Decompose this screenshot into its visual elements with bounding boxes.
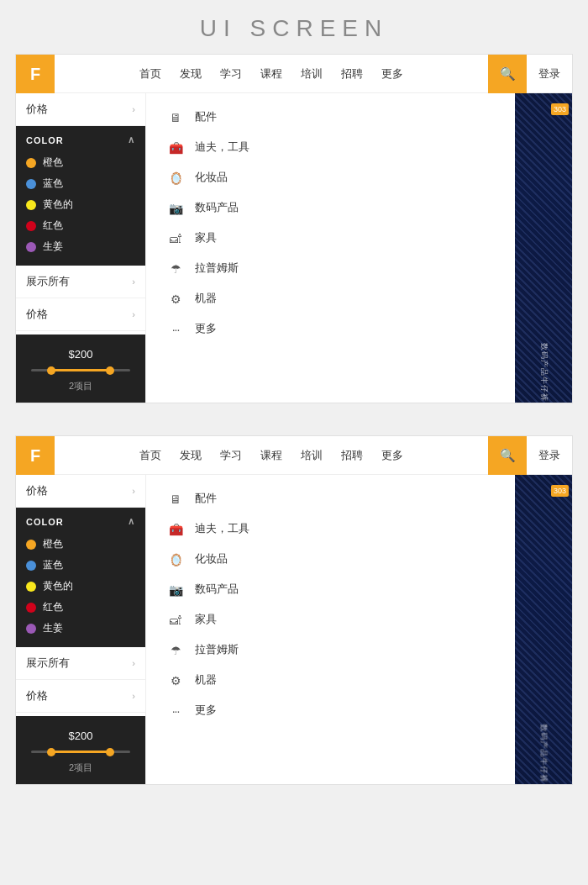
color-item-ginger[interactable]: 生姜 <box>26 236 135 257</box>
color-label-blue-b: 蓝色 <box>43 558 63 572</box>
price-slider-box: $200 2项目 <box>16 335 145 403</box>
nav-link-learn-2[interactable]: 学习 <box>220 448 242 463</box>
show-all-item[interactable]: 展示所有 › <box>16 266 145 298</box>
main-content-1: 价格 › COLOR ∧ 橙色 蓝色 黄色的 <box>16 93 572 403</box>
menu-item-digital-b[interactable]: 数码产品 <box>146 574 515 604</box>
menu-item-cosmetics-b[interactable]: 化妆品 <box>146 544 515 574</box>
nav-link-train[interactable]: 培训 <box>301 66 323 82</box>
sidebar-price-item-2[interactable]: 价格 › <box>16 298 145 331</box>
nav-link-recruit-2[interactable]: 招聘 <box>341 448 363 463</box>
nav-link-recruit[interactable]: 招聘 <box>341 66 363 82</box>
screens-gap <box>0 419 588 435</box>
menu-item-furniture-b[interactable]: 家具 <box>146 604 515 635</box>
search-button[interactable] <box>488 55 527 93</box>
menu-label-accessories: 配件 <box>195 109 217 124</box>
price-chevron-2: › <box>132 309 135 319</box>
menu-item-cosmetics[interactable]: 化妆品 <box>146 162 515 192</box>
search-icon-2 <box>500 448 516 463</box>
logo-icon: F <box>30 66 40 82</box>
color-item-yellow-b[interactable]: 黄色的 <box>26 576 135 597</box>
color-dot-blue <box>26 179 36 189</box>
right-image-strip-1: 303 数码产品牛仔裤 <box>515 93 572 403</box>
menu-item-more-b[interactable]: 更多 <box>146 695 515 725</box>
color-item-yellow[interactable]: 黄色的 <box>26 194 135 215</box>
menu-label-furniture-b: 家具 <box>195 612 217 627</box>
color-dot-ginger <box>26 242 36 252</box>
price-label-2: 价格 <box>26 307 48 322</box>
color-item-orange[interactable]: 橙色 <box>26 152 135 173</box>
nav-link-home[interactable]: 首页 <box>139 66 161 82</box>
price-slider-box-b: $200 2项目 <box>16 716 145 784</box>
menu-item-furniture[interactable]: 家具 <box>146 223 515 253</box>
furniture-icon-b <box>166 613 185 627</box>
nav-logo-2[interactable]: F <box>16 436 55 475</box>
color-item-ginger-b[interactable]: 生姜 <box>26 618 135 639</box>
menu-item-gear[interactable]: 机器 <box>146 283 515 313</box>
nav-link-discover[interactable]: 发现 <box>180 66 202 82</box>
menu-item-tools[interactable]: 迪夫，工具 <box>146 132 515 162</box>
menu-item-gear-b[interactable]: 机器 <box>146 665 515 695</box>
search-button-2[interactable] <box>488 436 527 475</box>
nav-link-train-2[interactable]: 培训 <box>301 448 323 463</box>
menu-label-digital: 数码产品 <box>195 200 239 215</box>
nav-link-more-2[interactable]: 更多 <box>381 448 403 463</box>
nav-link-course-2[interactable]: 课程 <box>260 448 282 463</box>
menu-label-umbrella-b: 拉普姆斯 <box>195 642 239 657</box>
color-item-red-b[interactable]: 红色 <box>26 597 135 618</box>
color-item-orange-b[interactable]: 橙色 <box>26 534 135 555</box>
menu-item-accessories[interactable]: 配件 <box>146 102 515 132</box>
menu-item-digital[interactable]: 数码产品 <box>146 192 515 223</box>
gear-icon-b <box>166 673 185 687</box>
nav-link-discover-2[interactable]: 发现 <box>180 448 202 463</box>
slider-thumb-right-b[interactable] <box>106 748 114 756</box>
slider-track[interactable] <box>31 369 130 371</box>
slider-track-b[interactable] <box>31 751 130 753</box>
nav-link-home-2[interactable]: 首页 <box>139 448 161 463</box>
login-button-2[interactable]: 登录 <box>527 448 572 463</box>
digital-icon <box>166 201 185 215</box>
digital-icon-b <box>166 582 185 597</box>
menu-item-accessories-b[interactable]: 配件 <box>146 483 515 514</box>
toolbox-icon <box>166 140 185 155</box>
price-value: $200 <box>26 348 135 361</box>
slider-thumb-right[interactable] <box>106 366 114 375</box>
price-chevron: › <box>132 104 135 114</box>
slider-thumb-left[interactable] <box>47 366 55 375</box>
color-dot-red <box>26 221 36 231</box>
nav-link-course[interactable]: 课程 <box>260 66 282 82</box>
menu-area-2: 配件 迪夫，工具 化妆品 数码产品 家具 拉普姆斯 <box>146 475 515 784</box>
color-label-orange-b: 橙色 <box>43 537 63 551</box>
nav-links-2: 首页 发现 学习 课程 培训 招聘 更多 <box>55 448 488 463</box>
slider-thumb-left-b[interactable] <box>47 748 55 756</box>
color-item-red[interactable]: 红色 <box>26 215 135 236</box>
more-icon-b <box>166 703 185 718</box>
menu-label-cosmetics: 化妆品 <box>195 170 228 185</box>
menu-label-cosmetics-b: 化妆品 <box>195 551 228 566</box>
color-section-b: COLOR ∧ 橙色 蓝色 黄色的 红色 <box>16 508 145 647</box>
sidebar-price-item-2b[interactable]: 价格 › <box>16 680 145 713</box>
right-image-strip-2: 303 数码产品牛仔裤 <box>515 475 572 784</box>
color-section-title: COLOR ∧ <box>26 134 135 145</box>
menu-label-umbrella: 拉普姆斯 <box>195 261 239 276</box>
color-label-ginger: 生姜 <box>43 240 63 254</box>
color-dot-blue-b <box>26 561 36 571</box>
sidebar-price-item[interactable]: 价格 › <box>16 93 145 126</box>
menu-item-umbrella[interactable]: 拉普姆斯 <box>146 253 515 283</box>
color-item-blue-b[interactable]: 蓝色 <box>26 555 135 576</box>
menu-item-umbrella-b[interactable]: 拉普姆斯 <box>146 635 515 665</box>
color-chevron-up[interactable]: ∧ <box>128 134 135 145</box>
login-button[interactable]: 登录 <box>527 66 572 82</box>
nav-link-more[interactable]: 更多 <box>381 66 403 82</box>
color-chevron-up-b[interactable]: ∧ <box>128 516 135 527</box>
menu-label-more: 更多 <box>195 321 217 336</box>
cosmetic-icon <box>166 171 185 185</box>
navbar: F 首页 发现 学习 课程 培训 招聘 更多 登录 <box>16 55 572 93</box>
menu-label-digital-b: 数码产品 <box>195 582 239 597</box>
nav-logo[interactable]: F <box>16 55 55 93</box>
nav-link-learn[interactable]: 学习 <box>220 66 242 82</box>
show-all-item-b[interactable]: 展示所有 › <box>16 647 145 680</box>
color-item-blue[interactable]: 蓝色 <box>26 173 135 194</box>
menu-item-more[interactable]: 更多 <box>146 313 515 344</box>
sidebar-price-item-b[interactable]: 价格 › <box>16 475 145 508</box>
menu-item-tools-b[interactable]: 迪夫，工具 <box>146 514 515 544</box>
